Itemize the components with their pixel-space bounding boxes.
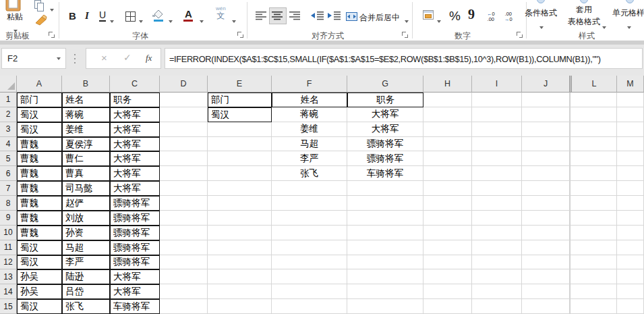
cell-I2[interactable] <box>472 107 522 122</box>
cell-L15[interactable] <box>572 299 617 314</box>
cell-D7[interactable] <box>160 181 208 196</box>
col-header-A[interactable]: A <box>17 76 62 93</box>
cell-E2[interactable]: 蜀汉 <box>208 107 272 122</box>
cell-C4[interactable]: 大将军 <box>110 137 160 152</box>
cell-H5[interactable] <box>423 151 472 166</box>
cell-G11[interactable] <box>347 240 423 255</box>
cell-B8[interactable]: 赵俨 <box>62 196 110 211</box>
conditional-format-chevron[interactable] <box>539 21 544 33</box>
cell-M7[interactable] <box>617 181 644 196</box>
cell-G1[interactable]: 职务 <box>347 93 423 107</box>
cell-A6[interactable]: 曹魏 <box>17 166 62 181</box>
cell-B15[interactable]: 张飞 <box>62 299 110 314</box>
cell-L11[interactable] <box>572 240 617 255</box>
cell-M4[interactable] <box>617 137 644 152</box>
row-header-15[interactable]: 15 <box>0 299 17 314</box>
col-header-J[interactable]: J <box>522 76 570 93</box>
cell-J15[interactable] <box>522 299 570 314</box>
cell-J7[interactable] <box>522 181 570 196</box>
conditional-format-button[interactable]: 条件格式 <box>525 7 557 19</box>
cell-styles-chevron[interactable] <box>627 21 631 33</box>
format-as-table-label2[interactable]: 表格格式 <box>568 16 600 28</box>
cell-C6[interactable]: 大将军 <box>110 166 160 181</box>
cell-L3[interactable] <box>572 122 617 137</box>
comma-style-icon[interactable]: 9 <box>468 7 475 22</box>
cell-E14[interactable] <box>208 284 272 299</box>
cell-M14[interactable] <box>617 284 644 299</box>
cell-E9[interactable] <box>208 211 272 226</box>
cell-L12[interactable] <box>572 255 617 270</box>
cell-B7[interactable]: 司马懿 <box>62 181 110 196</box>
cell-C14[interactable]: 大将军 <box>110 284 160 299</box>
col-header-B[interactable]: B <box>62 76 110 93</box>
cell-F11[interactable] <box>272 240 347 255</box>
cell-H12[interactable] <box>423 255 472 270</box>
cell-B6[interactable]: 曹真 <box>62 166 110 181</box>
cell-E6[interactable] <box>208 166 272 181</box>
cell-C10[interactable]: 骠骑将军 <box>110 226 160 240</box>
cell-F15[interactable] <box>272 299 347 314</box>
merge-center-button[interactable]: 合并后居中 <box>359 12 400 24</box>
row-header-10[interactable]: 10 <box>0 226 17 240</box>
cell-J10[interactable] <box>522 226 570 240</box>
cell-A1[interactable]: 部门 <box>17 93 62 107</box>
cell-C3[interactable]: 大将军 <box>110 122 160 137</box>
cell-H10[interactable] <box>423 226 472 240</box>
decrease-indent-icon[interactable] <box>311 11 324 23</box>
row-header-9[interactable]: 9 <box>0 211 17 226</box>
cell-M2[interactable] <box>617 107 644 122</box>
cell-J9[interactable] <box>522 211 570 226</box>
cell-M8[interactable] <box>617 196 644 211</box>
cell-E4[interactable] <box>208 137 272 152</box>
name-box[interactable]: F2 <box>1 48 66 69</box>
increase-decimal-icon[interactable]: ←0.00 <box>487 11 495 22</box>
cell-J4[interactable] <box>522 137 570 152</box>
row-header-7[interactable]: 7 <box>0 181 17 196</box>
cell-F12[interactable] <box>272 255 347 270</box>
cell-E8[interactable] <box>208 196 272 211</box>
cell-A13[interactable]: 孙吴 <box>17 269 62 284</box>
cell-G10[interactable] <box>347 226 423 240</box>
number-format-dropdown-chevron[interactable] <box>437 15 441 27</box>
name-box-chevron[interactable] <box>57 57 61 60</box>
cell-C12[interactable]: 骠骑将军 <box>110 255 160 270</box>
cell-M1[interactable] <box>617 93 644 107</box>
row-header-12[interactable]: 12 <box>0 255 17 270</box>
col-header-H[interactable]: H <box>423 76 472 93</box>
cell-D6[interactable] <box>160 166 208 181</box>
cell-H7[interactable] <box>423 181 472 196</box>
cell-H1[interactable] <box>423 93 472 107</box>
cell-J14[interactable] <box>522 284 570 299</box>
paste-button[interactable]: 粘贴 <box>7 11 23 23</box>
cell-H9[interactable] <box>423 211 472 226</box>
cell-E10[interactable] <box>208 226 272 240</box>
cell-B3[interactable]: 姜维 <box>62 122 110 137</box>
row-header-6[interactable]: 6 <box>0 166 17 181</box>
cell-C8[interactable]: 骠骑将军 <box>110 196 160 211</box>
row-header-5[interactable]: 5 <box>0 151 17 166</box>
cell-I8[interactable] <box>472 196 522 211</box>
copy-icon[interactable] <box>34 0 45 15</box>
bold-button[interactable]: B <box>69 10 76 22</box>
cell-I15[interactable] <box>472 299 522 314</box>
cell-A14[interactable]: 孙吴 <box>17 284 62 299</box>
cell-G5[interactable]: 骠骑将军 <box>347 151 423 166</box>
cell-L1[interactable] <box>572 93 617 107</box>
row-header-3[interactable]: 3 <box>0 122 17 137</box>
cell-I4[interactable] <box>472 137 522 152</box>
cell-H8[interactable] <box>423 196 472 211</box>
cell-C13[interactable]: 大将军 <box>110 269 160 284</box>
cell-G12[interactable] <box>347 255 423 270</box>
enter-icon[interactable]: ✓ <box>123 52 131 63</box>
cell-L5[interactable] <box>572 151 617 166</box>
cell-L9[interactable] <box>572 211 617 226</box>
cell-C9[interactable]: 骠骑将军 <box>110 211 160 226</box>
cell-B12[interactable]: 李严 <box>62 255 110 270</box>
italic-button[interactable]: I <box>85 10 89 22</box>
cancel-icon[interactable]: × <box>101 52 107 63</box>
phonetic-dropdown-chevron[interactable] <box>232 15 236 27</box>
cell-H14[interactable] <box>423 284 472 299</box>
cell-C11[interactable]: 骠骑将军 <box>110 240 160 255</box>
cell-B9[interactable]: 刘放 <box>62 211 110 226</box>
cell-F4[interactable]: 马超 <box>272 137 347 152</box>
